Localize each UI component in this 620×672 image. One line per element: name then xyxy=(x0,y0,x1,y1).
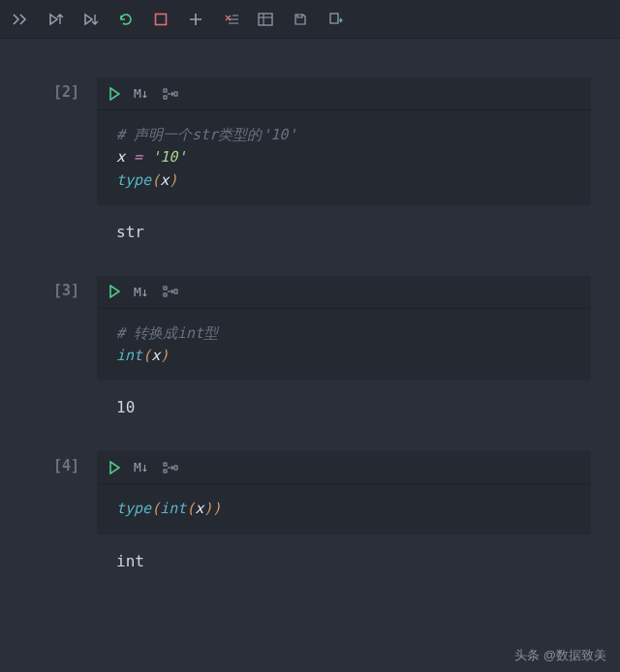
code-func: int xyxy=(116,347,142,364)
save-icon[interactable] xyxy=(291,10,310,29)
cell: [4] M↓ type(int(x)) int xyxy=(0,451,620,575)
cell: [2] M↓ # 声明一个str类型的'10' x = '10' type(x)… xyxy=(0,77,620,247)
restart-icon[interactable] xyxy=(116,10,136,29)
svg-rect-2 xyxy=(330,14,338,23)
cell-output: int xyxy=(97,535,591,576)
code-paren: ( xyxy=(142,347,151,364)
code-func: type xyxy=(116,171,151,189)
code-arg: x xyxy=(160,171,169,189)
code-paren: ( xyxy=(151,500,160,517)
run-cell-icon[interactable] xyxy=(108,285,120,298)
code-paren: ) xyxy=(212,500,221,517)
code-func: type xyxy=(116,500,151,517)
code-editor[interactable]: type(int(x)) xyxy=(97,484,591,534)
clear-output-icon[interactable] xyxy=(221,10,240,29)
cell-output: str xyxy=(97,205,591,247)
code-op: = xyxy=(125,148,151,166)
svg-rect-5 xyxy=(174,92,177,96)
code-paren: ) xyxy=(203,500,212,517)
code-paren: ( xyxy=(186,500,195,517)
svg-rect-3 xyxy=(164,89,167,92)
code-comment: # 声明一个str类型的'10' xyxy=(116,126,296,143)
split-cell-icon[interactable] xyxy=(163,285,178,298)
split-cell-icon[interactable] xyxy=(163,87,178,101)
svg-rect-6 xyxy=(164,287,167,290)
run-cell-icon[interactable] xyxy=(108,87,120,101)
variables-icon[interactable] xyxy=(256,10,275,29)
svg-rect-11 xyxy=(174,466,177,470)
cell-execution-count: [4] xyxy=(0,451,97,575)
svg-rect-7 xyxy=(164,293,167,296)
main-toolbar xyxy=(0,0,620,39)
notebook-body: [2] M↓ # 声明一个str类型的'10' x = '10' type(x)… xyxy=(0,39,620,576)
run-all-icon[interactable] xyxy=(12,10,31,29)
code-func: int xyxy=(160,500,186,517)
code-var: x xyxy=(116,148,125,166)
add-cell-icon[interactable] xyxy=(186,10,205,29)
cell-execution-count: [3] xyxy=(0,276,97,423)
markdown-toggle[interactable]: M↓ xyxy=(134,86,149,101)
run-cell-icon[interactable] xyxy=(108,461,120,474)
cell-toolbar: M↓ xyxy=(97,276,591,309)
svg-rect-0 xyxy=(156,14,167,24)
svg-rect-10 xyxy=(164,470,167,473)
run-below-icon[interactable] xyxy=(81,10,101,29)
run-above-icon[interactable] xyxy=(46,10,66,29)
split-cell-icon[interactable] xyxy=(163,461,178,474)
code-editor[interactable]: # 声明一个str类型的'10' x = '10' type(x) xyxy=(97,110,591,205)
export-icon[interactable] xyxy=(326,10,345,29)
markdown-toggle[interactable]: M↓ xyxy=(134,285,149,299)
cell-toolbar: M↓ xyxy=(97,77,591,110)
svg-rect-9 xyxy=(164,463,167,466)
code-arg: x xyxy=(151,347,160,364)
svg-rect-1 xyxy=(259,14,272,25)
code-string: '10' xyxy=(151,148,186,166)
cell-toolbar: M↓ xyxy=(97,451,591,484)
code-comment: # 转换成int型 xyxy=(116,324,218,342)
code-arg: x xyxy=(195,500,203,517)
code-paren: ( xyxy=(151,171,160,189)
stop-icon[interactable] xyxy=(151,10,170,29)
cell: [3] M↓ # 转换成int型 int(x) 10 xyxy=(0,276,620,423)
cell-output: 10 xyxy=(97,381,591,422)
code-paren: ) xyxy=(169,171,177,189)
cell-execution-count: [2] xyxy=(0,77,97,247)
svg-rect-8 xyxy=(174,290,177,293)
code-paren: ) xyxy=(160,347,169,364)
svg-rect-4 xyxy=(164,96,167,99)
code-editor[interactable]: # 转换成int型 int(x) xyxy=(97,309,591,382)
markdown-toggle[interactable]: M↓ xyxy=(134,460,149,474)
watermark-text: 头条 @数据致美 xyxy=(514,647,606,664)
